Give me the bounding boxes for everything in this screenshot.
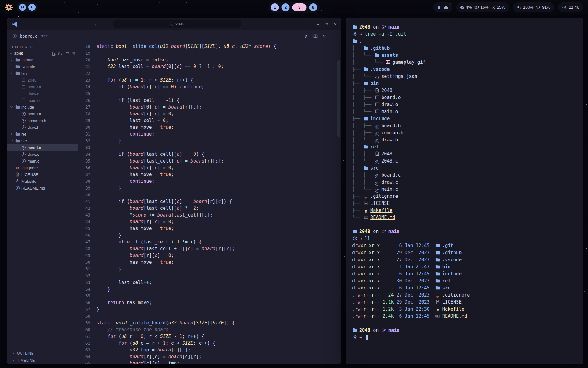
code-line[interactable]: 36 board[r][c] = 0;	[78, 164, 341, 171]
code-line[interactable]: 60 // transpose the board	[78, 326, 341, 333]
system-stats-module[interactable]: 4% 16% 25%	[456, 2, 509, 12]
code-line[interactable]: 44 board[r][c] = 0;	[78, 218, 341, 225]
minimize-button[interactable]: −	[317, 21, 319, 27]
explorer-item-Makefile[interactable]: Makefile	[7, 178, 78, 185]
explorer-item-draw.c[interactable]: Cdraw.c	[7, 151, 78, 158]
code-line[interactable]: 31 continue;	[78, 131, 341, 137]
explorer-item-LICENSE[interactable]: LICENSE	[7, 171, 78, 178]
editor-titlebar[interactable]: ← → 2048 − □ ×	[7, 18, 341, 30]
code-line[interactable]: 39 }	[78, 185, 341, 191]
code-line[interactable]: 54 }	[78, 286, 341, 293]
code-line[interactable]: 46 }	[78, 232, 341, 239]
command-center-search[interactable]: 2048	[113, 20, 241, 28]
terminal-command-line[interactable]: → ll	[352, 235, 577, 242]
code-line[interactable]: 53 last_cell++;	[78, 279, 341, 286]
explorer-item-board.o[interactable]: board.o	[7, 83, 78, 90]
code-line[interactable]: 24 if (board[r][c] == 0) continue;	[78, 83, 341, 90]
panel-timeline[interactable]: TIMELINE	[7, 357, 78, 364]
code-line[interactable]: 61 for (u8 r = 0; r < SIZE - 1; r++) {	[78, 333, 341, 340]
explorer-item-2048[interactable]: 2048	[7, 77, 78, 83]
run-button[interactable]	[304, 34, 308, 38]
code-line[interactable]: 48 board[last_cell + 1][c] = board[r][c]…	[78, 245, 341, 252]
maximize-button[interactable]: □	[326, 22, 328, 26]
explorer-item-board.c[interactable]: Cboard.c	[7, 144, 78, 151]
tab-label[interactable]: board.c	[20, 34, 37, 39]
explorer-item-src[interactable]: src	[7, 137, 78, 144]
code-line[interactable]: 55	[78, 293, 341, 299]
explorer-item-board.h[interactable]: Hboard.h	[7, 110, 78, 117]
code-line[interactable]: 35 board[last_cell][c] = board[r][c];	[78, 158, 341, 164]
code-line[interactable]: 18static bool _slide_col(u32 board[SIZE]…	[78, 43, 341, 50]
explorer-item-.gitignore[interactable]: git.gitignore	[7, 164, 78, 171]
code-line[interactable]: 29 last_cell = 0;	[78, 117, 341, 124]
project-root-row[interactable]: 2048	[7, 51, 78, 56]
explorer-item-main.c[interactable]: Cmain.c	[7, 158, 78, 164]
code-line[interactable]: 19	[78, 50, 341, 56]
explorer-item-ref[interactable]: ref	[7, 131, 78, 137]
code-line[interactable]: 25	[78, 90, 341, 97]
code-line[interactable]: 37 has_move = true;	[78, 171, 341, 178]
code-line[interactable]: 57}	[78, 306, 341, 313]
code-line[interactable]: 47 else if (last_cell + 1 != r) {	[78, 239, 341, 245]
clock-module[interactable]: 21:46	[558, 2, 583, 12]
explorer-item-main.o[interactable]: main.o	[7, 97, 78, 104]
code-line[interactable]: 52	[78, 272, 341, 279]
nav-forward-button[interactable]: →	[103, 21, 110, 27]
code-line[interactable]: 21 i32 last_cell = board[0][c] == 0 ? -1…	[78, 63, 341, 70]
system-logo-icon[interactable]	[5, 3, 13, 11]
workspace-2[interactable]: 2	[282, 3, 290, 11]
workspace-3[interactable]: 3	[292, 3, 307, 11]
media-prev-button[interactable]	[19, 4, 26, 11]
code-line[interactable]: 64 board[r][c] = board[c][r];	[78, 353, 341, 360]
explorer-item-README.md[interactable]: iREADME.md	[7, 185, 78, 191]
code-line[interactable]: 56 return has_move;	[78, 299, 341, 306]
explorer-item-.vscode[interactable]: .vscode	[7, 63, 78, 70]
code-line[interactable]: 23 for (u8 r = 1; r < SIZE; r++) {	[78, 77, 341, 83]
explorer-item-.github[interactable]: .github	[7, 56, 78, 63]
code-line[interactable]: 34 if (board[last_cell][c] == 0) {	[78, 151, 341, 158]
code-line[interactable]: 62 for (u8 c = r + 1; c < SIZE; c++) {	[78, 340, 341, 347]
nav-back-button[interactable]: ←	[93, 21, 100, 27]
new-folder-button[interactable]	[58, 52, 62, 56]
workspace-1[interactable]: 1	[271, 3, 279, 11]
explorer-item-draw.h[interactable]: Hdraw.h	[7, 124, 78, 131]
code-line[interactable]: 33	[78, 144, 341, 151]
code-line[interactable]: 59static void _rotate_board(u32 board[SI…	[78, 320, 341, 326]
code-line[interactable]: 45 has_move = true;	[78, 225, 341, 232]
terminal-command-line[interactable]: → tree -a -I .git	[352, 31, 577, 38]
code-line[interactable]: 38 continue;	[78, 178, 341, 185]
code-line[interactable]: 27 board[0][c] = board[r][c];	[78, 104, 341, 110]
new-file-button[interactable]	[52, 52, 56, 56]
terminal-command-line[interactable]: →	[352, 334, 577, 341]
explorer-item-common.h[interactable]: Hcommon.h	[7, 117, 78, 124]
explorer-item-include[interactable]: include	[7, 104, 78, 110]
code-line[interactable]: 32 }	[78, 137, 341, 144]
editor-scrollbar[interactable]	[337, 60, 340, 137]
code-line[interactable]: 50 has_move = true;	[78, 259, 341, 266]
code-line[interactable]: 28 board[r][c] = 0;	[78, 110, 341, 117]
split-editor-button[interactable]	[313, 34, 318, 38]
code-line[interactable]: 63 u32 tmp = board[r][c];	[78, 347, 341, 353]
code-line[interactable]: 65 board[c][r] = tmp;	[78, 360, 341, 364]
explorer-item-draw.o[interactable]: draw.o	[7, 90, 78, 97]
code-line[interactable]: 30 has_move = true;	[78, 124, 341, 131]
weather-module[interactable]	[433, 2, 452, 12]
code-editor[interactable]: 18static bool _slide_col(u32 board[SIZE]…	[78, 42, 341, 364]
code-line[interactable]: 43 *score += board[last_cell][c];	[78, 212, 341, 218]
explorer-more-button[interactable]: ⋯	[69, 44, 74, 49]
code-line[interactable]: 41 if (board[last_cell][c] == board[r][c…	[78, 198, 341, 205]
code-line[interactable]: 20 bool has_move = false;	[78, 56, 341, 63]
panel-outline[interactable]: OUTLINE	[7, 350, 78, 357]
code-line[interactable]: 22	[78, 70, 341, 77]
close-editor-button[interactable]	[322, 34, 326, 38]
refresh-explorer-button[interactable]	[65, 52, 69, 56]
collapse-folders-button[interactable]	[72, 52, 75, 56]
close-button[interactable]: ×	[334, 21, 337, 27]
code-line[interactable]: 42 board[last_cell][c] *= 2;	[78, 205, 341, 212]
audio-network-module[interactable]: 100% 91%	[513, 2, 555, 12]
code-line[interactable]: 26 if (last_cell == -1) {	[78, 97, 341, 104]
workspace-8[interactable]: 8	[309, 3, 317, 11]
terminal-window[interactable]: 2048 on main→ tree -a -I .git.├── .githu…	[346, 18, 583, 364]
code-line[interactable]: 40	[78, 191, 341, 198]
code-line[interactable]: 51 }	[78, 266, 341, 272]
